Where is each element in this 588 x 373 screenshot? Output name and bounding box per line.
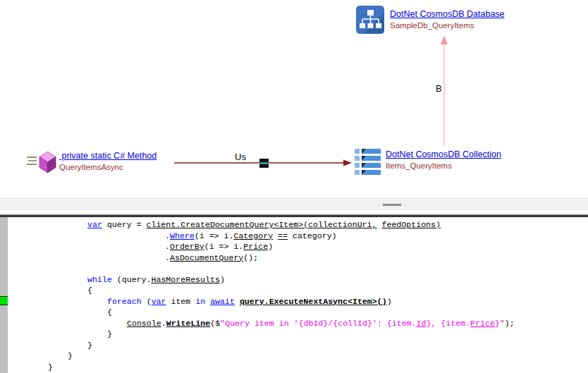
code-token: } — [68, 351, 73, 360]
code-line: { — [0, 285, 588, 296]
code-token: ( — [142, 297, 152, 306]
code-token: } — [107, 329, 112, 338]
code-token: (query. — [112, 275, 152, 284]
cosmosdb-collection-icon — [355, 148, 381, 175]
code-token: Console — [127, 319, 161, 328]
code-token: client.CreateDocumentQuery<Item>(collect… — [147, 220, 377, 229]
uses-edge-arrowhead — [343, 160, 352, 166]
node-title-method[interactable]: private static C# Method — [59, 150, 157, 162]
code-line: } — [0, 350, 588, 362]
code-token: "Query item in '{dbId}/{collId}': {item. — [220, 319, 416, 328]
code-token: { — [107, 307, 112, 317]
code-token: OrderBy — [170, 242, 204, 251]
code-line: .Where(i => i.Category == category) — [0, 231, 588, 242]
node-cosmosdb-database[interactable]: DotNet CosmosDB Database SampleDb_QueryI… — [356, 6, 505, 34]
code-line: { — [0, 307, 588, 318]
code-token: { — [87, 286, 92, 295]
node-title-collection[interactable]: DotNet CosmosDB Collection — [386, 149, 501, 161]
code-token: }" — [495, 319, 505, 328]
cosmosdb-database-icon — [356, 6, 384, 34]
code-token: } — [48, 362, 53, 372]
code-token: ); — [505, 319, 515, 328]
code-token: Id — [417, 319, 427, 328]
code-token: await — [210, 297, 235, 306]
code-editor-pane[interactable]: var query = client.CreateDocumentQuery<I… — [0, 217, 588, 373]
splitter-drag-handle[interactable] — [383, 204, 401, 206]
csharp-method-icon — [27, 150, 58, 176]
pane-splitter[interactable] — [0, 199, 588, 210]
code-token: == — [278, 231, 288, 240]
code-line: var query = client.CreateDocumentQuery<I… — [0, 219, 588, 231]
node-cosmosdb-collection[interactable]: DotNet CosmosDB Collection Items_QueryIt… — [355, 148, 501, 175]
code-line: Console.WriteLine($"Query item in '{dbId… — [0, 318, 588, 329]
code-token: feedOptions) — [381, 220, 441, 229]
code-token: HasMoreResults — [151, 275, 219, 284]
code-token: . — [165, 231, 170, 240]
code-token: in — [195, 297, 205, 306]
code-line — [0, 263, 588, 274]
code-token: var — [87, 220, 102, 229]
code-token: (i => i. — [204, 242, 244, 251]
code-line: .AsDocumentQuery(); — [0, 252, 588, 264]
code-token: foreach — [107, 297, 142, 306]
code-token — [235, 297, 240, 306]
code-token: Category — [233, 231, 273, 240]
code-token: ($ — [210, 319, 220, 328]
code-token: . — [165, 253, 170, 262]
code-token: ) — [387, 297, 392, 306]
code-token: while — [87, 275, 112, 284]
code-line: while (query.HasMoreResults) — [0, 274, 588, 286]
code-token: ) — [268, 242, 273, 251]
code-lines: var query = client.CreateDocumentQuery<I… — [0, 219, 588, 372]
code-token: . — [161, 319, 166, 328]
code-token: } — [87, 341, 92, 350]
code-token: Price — [470, 319, 495, 328]
code-token: (); — [243, 253, 258, 262]
code-line: foreach (var item in await query.Execute… — [0, 296, 588, 307]
edge-label-belongs: B — [435, 84, 443, 94]
code-token: query.ExecuteNextAsync<Item>() — [240, 297, 387, 306]
code-token: AsDocumentQuery — [170, 253, 243, 262]
belongs-edge-arrowhead — [441, 35, 448, 44]
node-subtitle-database: SampleDb_QueryItems — [390, 20, 505, 31]
dependency-diagram-pane: Us B DotNet CosmosDB D — [0, 0, 588, 199]
code-token: ) — [220, 275, 225, 284]
code-token: (i => i. — [195, 231, 234, 240]
code-line: } — [0, 362, 588, 373]
edge-label-uses: Us — [234, 152, 247, 162]
code-token: Where — [170, 231, 195, 240]
node-csharp-method[interactable]: private static C# Method QueryItemsAsync — [27, 150, 157, 176]
node-title-database[interactable]: DotNet CosmosDB Database — [390, 8, 505, 20]
code-line: } — [0, 340, 588, 351]
code-token: }, {item. — [426, 319, 470, 328]
code-token: WriteLine — [166, 319, 211, 328]
code-token: query = — [102, 220, 147, 229]
code-token: item — [166, 297, 196, 306]
code-token: Price — [243, 242, 268, 251]
node-subtitle-method: QueryItemsAsync — [59, 162, 157, 173]
code-line: } — [0, 329, 588, 340]
code-token: category) — [288, 231, 337, 240]
code-token: var — [152, 297, 166, 306]
node-subtitle-collection: Items_QueryItems — [386, 161, 501, 171]
code-token: . — [165, 242, 170, 251]
code-line: .OrderBy(i => i.Price) — [0, 241, 588, 252]
